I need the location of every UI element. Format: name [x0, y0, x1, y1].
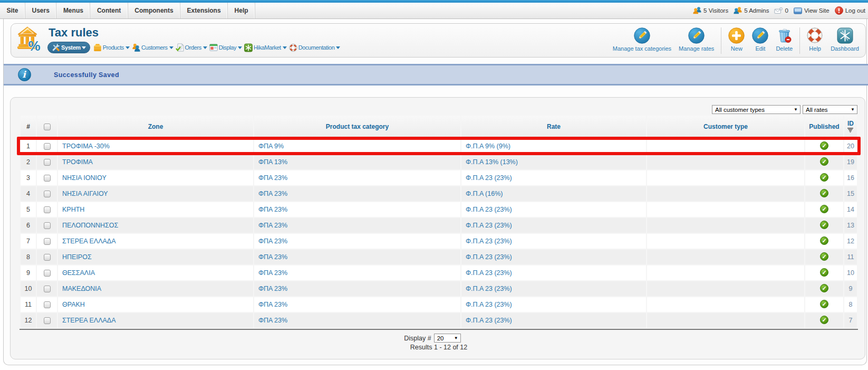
hika-menu-documentation[interactable]: Documentation	[289, 43, 341, 52]
hika-menu-customers[interactable]: Customers	[132, 43, 173, 52]
rates-filter[interactable]: All rates ▼	[803, 105, 857, 114]
status-messages[interactable]: 0	[771, 6, 790, 15]
hika-menu-orders[interactable]: Orders	[176, 43, 207, 52]
new-circle-icon	[728, 27, 745, 44]
status-admins[interactable]: 5 Admins	[731, 6, 771, 15]
menubar-item-users[interactable]: Users	[25, 3, 56, 18]
rate-link[interactable]: Φ.Π.Α 23 (23%)	[466, 206, 512, 213]
rate-link[interactable]: Φ.Π.Α 23 (23%)	[466, 238, 512, 245]
delete-button[interactable]: Delete	[772, 27, 796, 52]
published-check-icon[interactable]	[820, 157, 828, 166]
menubar-item-help[interactable]: Help	[228, 3, 255, 18]
zone-link[interactable]: ΤΡΟΦΙΜΑ	[62, 158, 93, 166]
zone-link[interactable]: ΝΗΣΙΑ ΑΙΓΑΙΟΥ	[62, 190, 108, 197]
rate-link[interactable]: Φ.Π.Α 23 (23%)	[466, 285, 512, 292]
published-check-icon[interactable]	[820, 141, 828, 150]
manage-tax-categories-button[interactable]: Manage tax categories	[609, 27, 675, 52]
hika-menu-hikamarket[interactable]: HikaMarket	[244, 43, 287, 52]
row-checkbox[interactable]	[44, 222, 51, 229]
rate-link[interactable]: Φ.Π.Α 23 (23%)	[466, 253, 512, 261]
status-log-out[interactable]: Log out	[832, 6, 868, 15]
rate-cell: Φ.Π.Α 23 (23%)	[461, 313, 646, 328]
zone-link[interactable]: ΝΗΣΙΑ ΙΟΝΙΟΥ	[62, 174, 107, 182]
category-link[interactable]: ΦΠΑ 23%	[258, 222, 287, 229]
published-check-icon[interactable]	[820, 300, 828, 308]
status-view-site[interactable]: View Site	[791, 6, 832, 15]
zone-link[interactable]: ΜΑΚΕΔΟΝΙΑ	[62, 285, 101, 292]
menubar-item-components[interactable]: Components	[128, 3, 180, 18]
category-link[interactable]: ΦΠΑ 23%	[258, 174, 287, 182]
published-check-icon[interactable]	[820, 268, 828, 277]
category-link[interactable]: ΦΠΑ 13%	[258, 158, 287, 166]
category-link[interactable]: ΦΠΑ 23%	[258, 253, 287, 261]
category-link[interactable]: ΦΠΑ 9%	[258, 143, 284, 150]
category-link[interactable]: ΦΠΑ 23%	[258, 317, 287, 324]
hika-menu-display[interactable]: Display	[209, 43, 242, 52]
published-check-icon[interactable]	[820, 221, 828, 229]
display-count-select[interactable]: 20 ▼	[434, 334, 461, 343]
row-checkbox[interactable]	[44, 301, 51, 308]
hika-menu-products[interactable]: Products	[93, 43, 130, 52]
column-header-zone[interactable]: Zone	[58, 116, 253, 138]
row-checkbox[interactable]	[44, 270, 51, 277]
zone-link[interactable]: ΘΕΣΣΑΛΙΑ	[62, 269, 95, 277]
row-checkbox[interactable]	[44, 286, 51, 292]
category-link[interactable]: ΦΠΑ 23%	[258, 206, 287, 213]
category-link[interactable]: ΦΠΑ 23%	[258, 190, 287, 197]
column-header-customer-type[interactable]: Customer type	[647, 116, 804, 138]
rate-link[interactable]: Φ.Π.Α 23 (23%)	[466, 317, 512, 324]
published-check-icon[interactable]	[820, 173, 828, 182]
zone-link[interactable]: ΤΡΟΦΙΜΑ -30%	[62, 143, 110, 150]
menubar-item-extensions[interactable]: Extensions	[180, 3, 228, 18]
new-button[interactable]: New	[725, 27, 748, 52]
help-button[interactable]: Help	[803, 27, 827, 52]
zone-link[interactable]: ΠΕΛΟΠΟΝΝΗΣΟΣ	[62, 222, 118, 229]
published-check-icon[interactable]	[820, 205, 828, 213]
rate-link[interactable]: Φ.Π.Α 13% (13%)	[466, 158, 518, 166]
zone-link[interactable]: ΗΠΕΙΡΟΣ	[62, 253, 92, 261]
column-header-id[interactable]: ID	[844, 116, 857, 138]
rate-link[interactable]: Φ.Π.Α (16%)	[466, 190, 503, 197]
row-checkbox[interactable]	[44, 206, 51, 213]
zone-link[interactable]: ΣΤΕΡΕΑ ΕΛΛΑΔΑ	[62, 238, 116, 245]
id-cell: 20	[844, 139, 857, 154]
category-link[interactable]: ΦΠΑ 23%	[258, 301, 287, 308]
rate-link[interactable]: Φ.Π.Α 9% (9%)	[466, 143, 510, 150]
menubar-item-site[interactable]: Site	[0, 3, 25, 18]
zone-link[interactable]: ΚΡΗΤΗ	[62, 206, 84, 213]
edit-button[interactable]: Edit	[748, 27, 772, 52]
column-header-category[interactable]: Product tax category	[254, 116, 460, 138]
row-checkbox[interactable]	[44, 175, 51, 182]
row-checkbox[interactable]	[44, 254, 51, 261]
published-check-icon[interactable]	[820, 189, 828, 197]
category-link[interactable]: ΦΠΑ 23%	[258, 238, 287, 245]
published-check-icon[interactable]	[820, 284, 828, 292]
zone-link[interactable]: ΣΤΕΡΕΑ ΕΛΛΑΔΑ	[62, 317, 116, 324]
published-check-icon[interactable]	[820, 316, 828, 324]
row-checkbox-cell	[37, 297, 57, 312]
menubar-item-content[interactable]: Content	[90, 3, 128, 18]
row-checkbox[interactable]	[44, 159, 51, 166]
row-checkbox[interactable]	[44, 191, 51, 197]
row-checkbox[interactable]	[44, 143, 51, 150]
manage-rates-button[interactable]: Manage rates	[675, 27, 718, 52]
hika-menu-system[interactable]: System	[47, 42, 90, 53]
row-checkbox[interactable]	[44, 238, 51, 245]
rate-link[interactable]: Φ.Π.Α 23 (23%)	[466, 222, 512, 229]
menubar-item-menus[interactable]: Menus	[56, 3, 90, 18]
status-visitors[interactable]: 5 Visitors	[690, 6, 731, 15]
category-link[interactable]: ΦΠΑ 23%	[258, 285, 287, 292]
row-checkbox[interactable]	[44, 317, 51, 324]
dashboard-button[interactable]: Dashboard	[827, 27, 863, 52]
zone-link[interactable]: ΘΡΑΚΗ	[62, 301, 85, 308]
rate-link[interactable]: Φ.Π.Α 23 (23%)	[466, 301, 512, 308]
rate-link[interactable]: Φ.Π.Α 23 (23%)	[466, 269, 512, 277]
rate-link[interactable]: Φ.Π.Α 23 (23%)	[466, 174, 512, 182]
column-header-published[interactable]: Published	[805, 116, 843, 138]
published-check-icon[interactable]	[820, 252, 828, 261]
category-link[interactable]: ΦΠΑ 23%	[258, 269, 287, 277]
customer-type-filter[interactable]: All customer types ▼	[712, 105, 801, 114]
column-header-rate[interactable]: Rate	[461, 116, 646, 138]
select-all-checkbox[interactable]	[44, 124, 51, 130]
published-check-icon[interactable]	[820, 236, 828, 245]
